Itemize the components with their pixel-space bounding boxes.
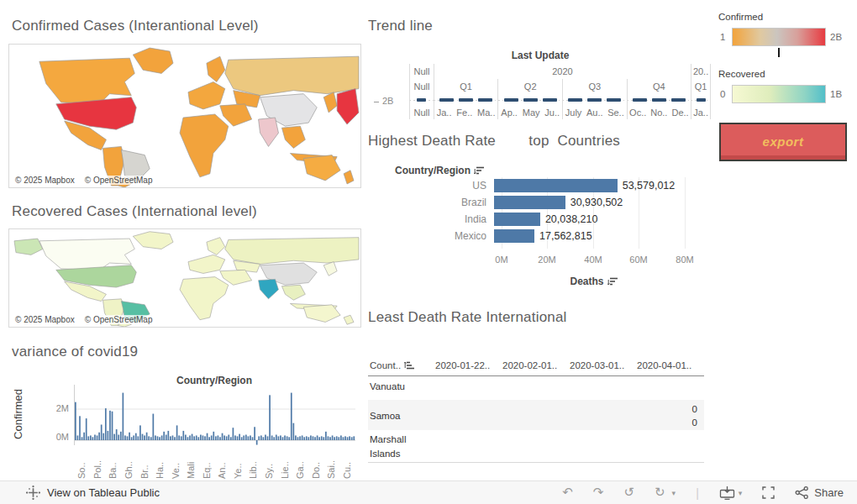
map-region-scandinavia[interactable]: [207, 56, 225, 81]
trend-mark[interactable]: [459, 98, 473, 102]
variance-bar[interactable]: [250, 435, 251, 440]
quarter-cell[interactable]: Q4: [627, 79, 691, 94]
month-label[interactable]: Fe..: [456, 106, 472, 119]
variance-bar[interactable]: [192, 434, 193, 440]
map-region-india[interactable]: [259, 118, 279, 146]
variance-bar[interactable]: [86, 418, 87, 440]
recovered-map-svg[interactable]: [9, 229, 360, 327]
recovered-world-map[interactable]: © 2025 Mapbox © OpenStreetMap: [8, 228, 361, 328]
refresh-caret-icon[interactable]: ▾: [672, 489, 676, 497]
variance-bar[interactable]: [131, 437, 133, 440]
variance-bar[interactable]: [218, 435, 219, 440]
share-button[interactable]: Share: [795, 486, 844, 499]
table-col-date3[interactable]: 2020-03-01..: [570, 360, 624, 370]
table-col-date2[interactable]: 2020-02-01..: [502, 360, 557, 370]
variance-bar[interactable]: [98, 433, 100, 440]
death-rate-bar[interactable]: [494, 179, 618, 192]
map-region-africa[interactable]: [180, 277, 229, 320]
trend-mark[interactable]: [439, 98, 454, 102]
variance-bar[interactable]: [148, 436, 150, 440]
variance-bar[interactable]: [291, 393, 292, 440]
quarter-cell[interactable]: Q3: [562, 79, 627, 94]
variance-bar[interactable]: [313, 436, 314, 440]
table-col-date4[interactable]: 2020-04-01..: [637, 360, 691, 370]
variance-bar[interactable]: [230, 437, 232, 440]
variance-bar[interactable]: [109, 411, 111, 440]
variance-bar[interactable]: [193, 436, 195, 440]
refresh-icon[interactable]: ↻: [655, 486, 665, 499]
sort-asc-icon[interactable]: [404, 361, 414, 371]
variance-bar[interactable]: [347, 437, 349, 440]
view-on-tableau-public-link[interactable]: View on Tableau Public: [0, 486, 160, 500]
variance-bar[interactable]: [329, 437, 331, 440]
map-region-newzealand[interactable]: [344, 315, 354, 324]
variance-bar[interactable]: [334, 437, 335, 440]
variance-bar[interactable]: [308, 437, 309, 440]
variance-bar[interactable]: [306, 436, 308, 440]
trend-mark[interactable]: [697, 98, 706, 102]
variance-bar[interactable]: [208, 437, 210, 440]
trend-sparkline-row[interactable]: [410, 94, 710, 106]
variance-bar[interactable]: [94, 435, 96, 440]
variance-bar[interactable]: [351, 437, 353, 440]
variance-bar[interactable]: [187, 437, 189, 440]
variance-bar[interactable]: [92, 437, 94, 440]
variance-bar[interactable]: [248, 436, 250, 440]
variance-bar[interactable]: [157, 436, 159, 440]
sort-desc-icon[interactable]: [607, 276, 618, 288]
variance-bar[interactable]: [325, 432, 327, 440]
redo-icon[interactable]: ↷: [593, 486, 604, 499]
variance-bar[interactable]: [245, 435, 247, 440]
revert-icon[interactable]: ↺: [623, 486, 634, 499]
variance-bar[interactable]: [150, 437, 152, 440]
variance-bar[interactable]: [75, 402, 76, 440]
variance-bar[interactable]: [241, 437, 243, 440]
map-region-seasia[interactable]: [281, 126, 305, 148]
variance-bar[interactable]: [202, 435, 204, 440]
variance-bar[interactable]: [87, 436, 89, 440]
variance-bar[interactable]: [83, 433, 85, 440]
table-row[interactable]: Marshall Islands: [368, 430, 704, 463]
variance-bar[interactable]: [303, 437, 305, 440]
variance-bar[interactable]: [97, 435, 98, 440]
variance-bar[interactable]: [267, 436, 269, 440]
variance-bar[interactable]: [321, 436, 323, 440]
trend-mark[interactable]: [478, 98, 492, 102]
osm-credit[interactable]: © OpenStreetMap: [82, 315, 155, 324]
death-rate-row-brazil[interactable]: Brazil 30,930,502: [368, 194, 712, 211]
variance-bar[interactable]: [340, 435, 342, 440]
death-rate-row-mexico[interactable]: Mexico 17,562,815: [368, 228, 712, 244]
variance-bar[interactable]: [292, 423, 294, 440]
variance-bar[interactable]: [269, 395, 271, 440]
variance-bar[interactable]: [211, 435, 213, 440]
variance-bar[interactable]: [353, 436, 355, 440]
table-col-country[interactable]: Count..: [370, 360, 414, 371]
variance-bar[interactable]: [336, 436, 338, 440]
variance-bars[interactable]: [75, 385, 355, 445]
variance-bar[interactable]: [344, 436, 346, 440]
quarter-cell[interactable]: Q1: [691, 79, 710, 94]
variance-bar[interactable]: [112, 412, 113, 440]
variance-bar[interactable]: [101, 425, 103, 441]
variance-bar[interactable]: [197, 437, 199, 440]
map-region-greenland[interactable]: [133, 48, 173, 73]
variance-bar[interactable]: [163, 432, 165, 440]
quarter-cell[interactable]: Q2: [497, 79, 562, 94]
sort-desc-icon[interactable]: [474, 165, 484, 177]
variance-bar[interactable]: [90, 435, 92, 440]
variance-bar[interactable]: [237, 436, 239, 440]
month-label[interactable]: Ja..: [693, 106, 708, 119]
variance-bar[interactable]: [349, 436, 350, 440]
map-region-russia[interactable]: [225, 56, 359, 96]
variance-bar[interactable]: [282, 437, 284, 440]
mapbox-credit[interactable]: © 2025 Mapbox: [13, 315, 77, 324]
variance-bar[interactable]: [77, 435, 79, 440]
map-region-newzealand[interactable]: [344, 171, 354, 184]
map-region-seasia[interactable]: [281, 285, 305, 300]
variance-bar[interactable]: [144, 435, 145, 440]
month-label[interactable]: Se..: [607, 106, 624, 119]
year-cell[interactable]: 2020: [434, 64, 691, 79]
variance-bar[interactable]: [299, 436, 301, 440]
trend-mark[interactable]: [633, 98, 647, 102]
month-label[interactable]: Ap..: [501, 106, 518, 119]
